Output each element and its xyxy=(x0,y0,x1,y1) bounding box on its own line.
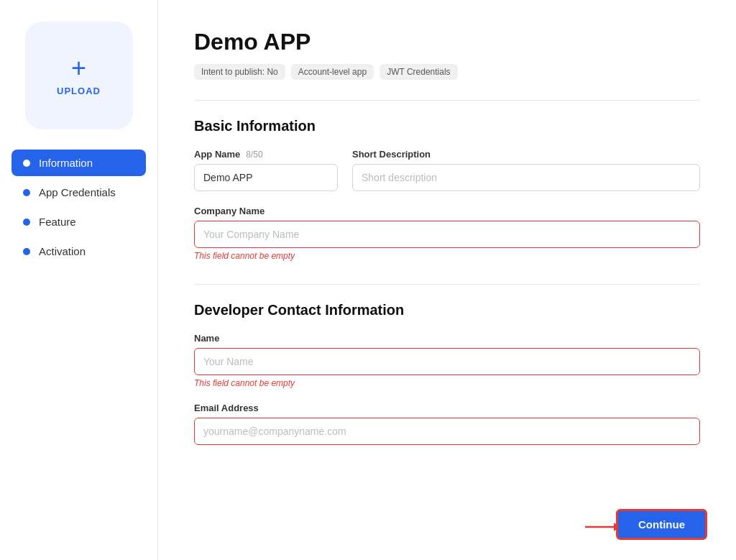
name-error: This field cannot be empty xyxy=(194,378,700,388)
upload-box[interactable]: + UPLOAD xyxy=(25,22,133,129)
upload-label: UPLOAD xyxy=(57,86,101,96)
sidebar-item-activation[interactable]: Activation xyxy=(12,238,146,265)
developer-contact-title: Developer Contact Information xyxy=(194,302,700,318)
sidebar-item-information[interactable]: Information xyxy=(12,150,146,176)
sidebar-item-label-activation: Activation xyxy=(39,245,86,257)
basic-information-section: Basic Information App Name 8/50 Short De… xyxy=(194,118,700,261)
name-input[interactable] xyxy=(194,348,700,375)
company-name-label: Company Name xyxy=(194,206,700,216)
tag-account-level: Account-level app xyxy=(291,64,374,80)
page-wrapper: + UPLOAD Information App Credentials Fea… xyxy=(0,0,736,560)
sidebar-item-label-information: Information xyxy=(39,157,93,169)
sidebar-item-app-credentials[interactable]: App Credentials xyxy=(12,179,146,206)
tag-intent: Intent to publish: No xyxy=(194,64,285,80)
name-label: Name xyxy=(194,333,700,344)
tag-jwt: JWT Credentials xyxy=(380,64,457,80)
char-count: 8/50 xyxy=(246,150,262,160)
app-name-group: App Name 8/50 xyxy=(194,149,338,191)
main-content: Demo APP Intent to publish: No Account-l… xyxy=(158,0,736,560)
developer-contact-section: Developer Contact Information Name This … xyxy=(194,302,700,445)
sidebar-item-feature[interactable]: Feature xyxy=(12,208,146,235)
nav-dot-app-credentials xyxy=(23,189,30,196)
nav-dot-information xyxy=(23,160,30,167)
company-name-error: This field cannot be empty xyxy=(194,251,700,261)
company-name-input[interactable] xyxy=(194,221,700,248)
section-divider-mid xyxy=(194,284,700,285)
section-divider-top xyxy=(194,100,700,101)
continue-button[interactable]: Continue xyxy=(616,509,707,540)
sidebar-item-label-feature: Feature xyxy=(39,216,76,228)
nav-dot-activation xyxy=(23,248,30,255)
email-group: Email Address xyxy=(194,403,700,445)
basic-information-title: Basic Information xyxy=(194,118,700,134)
sidebar-item-label-app-credentials: App Credentials xyxy=(39,186,116,198)
company-name-group: Company Name This field cannot be empty xyxy=(194,206,700,261)
name-group: Name This field cannot be empty xyxy=(194,333,700,388)
short-description-label: Short Description xyxy=(352,149,700,160)
nav-dot-feature xyxy=(23,219,30,226)
nav-list: Information App Credentials Feature Acti… xyxy=(12,150,146,267)
app-title: Demo APP xyxy=(194,29,700,55)
email-label: Email Address xyxy=(194,403,700,413)
upload-plus-icon: + xyxy=(71,55,86,81)
short-description-group: Short Description xyxy=(352,149,700,191)
short-description-input[interactable] xyxy=(352,164,700,191)
app-name-row: App Name 8/50 Short Description xyxy=(194,149,700,191)
sidebar: + UPLOAD Information App Credentials Fea… xyxy=(0,0,158,560)
app-name-label: App Name 8/50 xyxy=(194,149,338,160)
email-input[interactable] xyxy=(194,418,700,445)
app-name-input[interactable] xyxy=(194,164,338,191)
tags-row: Intent to publish: No Account-level app … xyxy=(194,64,700,80)
